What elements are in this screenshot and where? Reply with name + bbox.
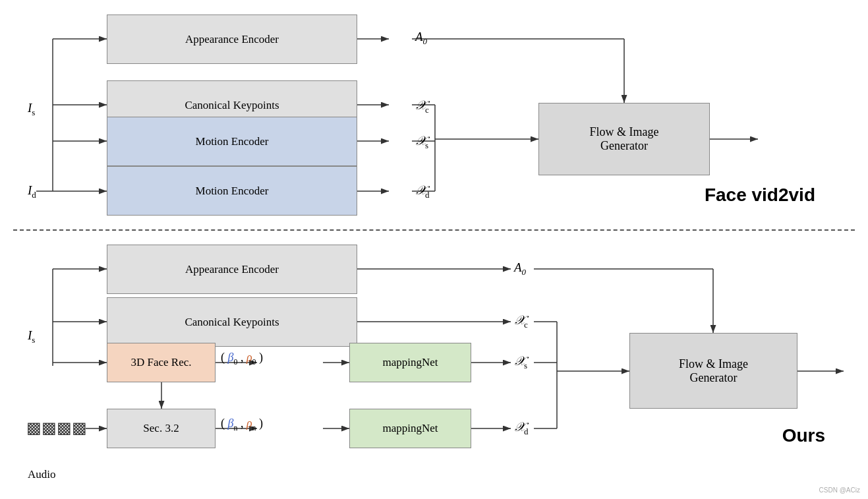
flow-image-generator-bot: Flow & ImageGenerator (629, 333, 797, 409)
audio-label: Audio (28, 468, 56, 481)
A0-label-bot: A0 (514, 260, 526, 278)
Is-label-top: Is (28, 101, 35, 118)
flow-image-generator-top-label: Flow & ImageGenerator (590, 125, 659, 153)
motion-encoder-s-top-label: Motion Encoder (196, 135, 269, 148)
sec32-bot-label: Sec. 3.2 (143, 422, 179, 435)
beta-rho-n-label: ( βn , ρn ) (221, 417, 263, 433)
Is-label-bot: Is (28, 328, 35, 345)
audio-icon: ▩▩▩▩ (26, 419, 87, 437)
xs-label-bot: 𝒳s (514, 354, 527, 371)
section-divider (13, 229, 855, 231)
canonical-keypoints-bot: Canonical Keypoints (107, 297, 357, 347)
appearance-encoder-bot-label: Appearance Encoder (185, 263, 279, 276)
xd-label-bot: 𝒳d (514, 420, 529, 437)
mapping-net-s-bot: mappingNet (349, 343, 471, 382)
motion-encoder-s-top: Motion Encoder (107, 117, 357, 166)
appearance-encoder-bot: Appearance Encoder (107, 245, 357, 294)
title-face-vid2vid: Face vid2vid (705, 185, 815, 206)
motion-encoder-d-top-label: Motion Encoder (196, 185, 269, 198)
mapping-net-s-bot-label: mappingNet (382, 356, 438, 369)
canonical-keypoints-top-label: Canonical Keypoints (185, 99, 279, 112)
beta-rho-0-label: ( β0 , ρ0 ) (221, 351, 263, 367)
flow-image-generator-top: Flow & ImageGenerator (538, 103, 710, 175)
xd-label-top: 𝒳d (415, 183, 430, 200)
appearance-encoder-top-label: Appearance Encoder (185, 33, 279, 46)
sec32-bot: Sec. 3.2 (107, 409, 216, 448)
face-rec-bot: 3D Face Rec. (107, 343, 216, 382)
flow-image-generator-bot-label: Flow & ImageGenerator (679, 357, 748, 385)
appearance-encoder-top: Appearance Encoder (107, 15, 357, 64)
A0-label-top: A0 (415, 30, 427, 47)
title-ours: Ours (782, 425, 825, 446)
Id-label-top: Id (28, 183, 36, 200)
diagram-container: Appearance Encoder Canonical Keypoints M… (0, 0, 868, 499)
canonical-keypoints-bot-label: Canonical Keypoints (185, 316, 279, 329)
xs-label-top: 𝒳s (415, 134, 428, 151)
watermark: CSDN @ACiz (819, 486, 860, 494)
mapping-net-d-bot: mappingNet (349, 409, 471, 448)
face-rec-bot-label: 3D Face Rec. (130, 356, 191, 369)
motion-encoder-d-top: Motion Encoder (107, 166, 357, 216)
mapping-net-d-bot-label: mappingNet (382, 422, 438, 435)
xc-label-bot: 𝒳c (514, 313, 528, 330)
xc-label-top: 𝒳c (415, 98, 429, 115)
